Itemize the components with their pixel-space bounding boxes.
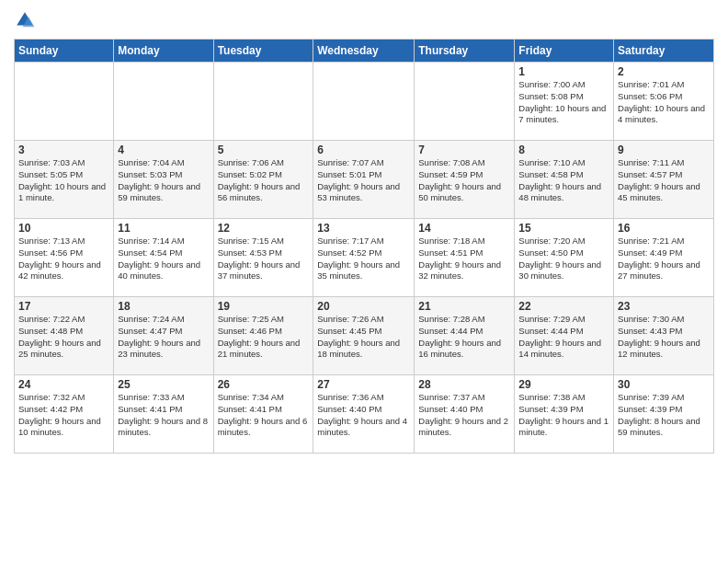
- day-number: 26: [218, 378, 310, 391]
- day-info: Sunrise: 7:01 AM Sunset: 5:06 PM Dayligh…: [618, 79, 710, 126]
- calendar-header-friday: Friday: [515, 40, 614, 63]
- calendar-cell: 12Sunrise: 7:15 AM Sunset: 4:53 PM Dayli…: [213, 219, 313, 297]
- day-number: 25: [118, 378, 209, 391]
- day-info: Sunrise: 7:08 AM Sunset: 4:59 PM Dayligh…: [418, 157, 510, 204]
- calendar-cell: 20Sunrise: 7:26 AM Sunset: 4:45 PM Dayli…: [313, 297, 415, 375]
- day-number: 27: [317, 378, 410, 391]
- day-info: Sunrise: 7:04 AM Sunset: 5:03 PM Dayligh…: [118, 157, 209, 204]
- day-info: Sunrise: 7:06 AM Sunset: 5:02 PM Dayligh…: [218, 157, 310, 204]
- calendar-week-5: 24Sunrise: 7:32 AM Sunset: 4:42 PM Dayli…: [15, 375, 714, 454]
- calendar-cell: 13Sunrise: 7:17 AM Sunset: 4:52 PM Dayli…: [313, 219, 415, 297]
- day-number: 1: [518, 65, 609, 78]
- day-info: Sunrise: 7:39 AM Sunset: 4:39 PM Dayligh…: [618, 392, 710, 439]
- calendar-cell: 8Sunrise: 7:10 AM Sunset: 4:58 PM Daylig…: [515, 141, 614, 219]
- day-info: Sunrise: 7:30 AM Sunset: 4:43 PM Dayligh…: [618, 314, 710, 361]
- calendar-cell: 21Sunrise: 7:28 AM Sunset: 4:44 PM Dayli…: [415, 297, 515, 375]
- day-number: 29: [518, 378, 609, 391]
- day-number: 13: [317, 222, 410, 235]
- day-number: 12: [218, 222, 310, 235]
- calendar-header-monday: Monday: [114, 40, 213, 63]
- logo: [14, 9, 40, 31]
- day-info: Sunrise: 7:13 AM Sunset: 4:56 PM Dayligh…: [18, 236, 109, 282]
- calendar-cell: [114, 63, 213, 141]
- calendar-cell: 28Sunrise: 7:37 AM Sunset: 4:40 PM Dayli…: [415, 375, 515, 454]
- calendar-header-thursday: Thursday: [415, 40, 515, 63]
- calendar-header-tuesday: Tuesday: [213, 40, 313, 63]
- day-info: Sunrise: 7:10 AM Sunset: 4:58 PM Dayligh…: [518, 157, 609, 204]
- calendar-cell: 14Sunrise: 7:18 AM Sunset: 4:51 PM Dayli…: [415, 219, 515, 297]
- calendar-cell: 7Sunrise: 7:08 AM Sunset: 4:59 PM Daylig…: [415, 141, 515, 219]
- day-info: Sunrise: 7:36 AM Sunset: 4:40 PM Dayligh…: [317, 392, 410, 439]
- calendar-cell: 3Sunrise: 7:03 AM Sunset: 5:05 PM Daylig…: [15, 141, 114, 219]
- day-info: Sunrise: 7:28 AM Sunset: 4:44 PM Dayligh…: [418, 314, 510, 361]
- calendar-cell: 5Sunrise: 7:06 AM Sunset: 5:02 PM Daylig…: [213, 141, 313, 219]
- day-number: 4: [118, 144, 209, 156]
- day-info: Sunrise: 7:14 AM Sunset: 4:54 PM Dayligh…: [118, 236, 209, 282]
- day-number: 23: [618, 300, 710, 313]
- day-number: 18: [118, 300, 209, 313]
- day-number: 6: [317, 144, 410, 156]
- day-info: Sunrise: 7:18 AM Sunset: 4:51 PM Dayligh…: [418, 236, 510, 282]
- day-info: Sunrise: 7:24 AM Sunset: 4:47 PM Dayligh…: [118, 314, 209, 361]
- day-number: 2: [618, 65, 710, 78]
- day-number: 22: [518, 300, 609, 313]
- calendar-cell: 17Sunrise: 7:22 AM Sunset: 4:48 PM Dayli…: [15, 297, 114, 375]
- day-info: Sunrise: 7:21 AM Sunset: 4:49 PM Dayligh…: [618, 236, 710, 282]
- day-info: Sunrise: 7:37 AM Sunset: 4:40 PM Dayligh…: [418, 392, 510, 439]
- day-info: Sunrise: 7:00 AM Sunset: 5:08 PM Dayligh…: [518, 79, 609, 126]
- calendar-header-saturday: Saturday: [614, 40, 714, 63]
- day-number: 3: [18, 144, 109, 156]
- day-info: Sunrise: 7:03 AM Sunset: 5:05 PM Dayligh…: [18, 157, 109, 204]
- calendar-cell: 15Sunrise: 7:20 AM Sunset: 4:50 PM Dayli…: [515, 219, 614, 297]
- calendar-cell: 25Sunrise: 7:33 AM Sunset: 4:41 PM Dayli…: [114, 375, 213, 454]
- day-info: Sunrise: 7:11 AM Sunset: 4:57 PM Dayligh…: [618, 157, 710, 204]
- calendar-header-wednesday: Wednesday: [313, 40, 415, 63]
- logo-icon: [14, 9, 36, 31]
- day-info: Sunrise: 7:38 AM Sunset: 4:39 PM Dayligh…: [518, 392, 609, 439]
- calendar-cell: 6Sunrise: 7:07 AM Sunset: 5:01 PM Daylig…: [313, 141, 415, 219]
- calendar-cell: 19Sunrise: 7:25 AM Sunset: 4:46 PM Dayli…: [213, 297, 313, 375]
- day-number: 16: [618, 222, 710, 235]
- day-number: 30: [618, 378, 710, 391]
- day-info: Sunrise: 7:15 AM Sunset: 4:53 PM Dayligh…: [218, 236, 310, 282]
- day-number: 11: [118, 222, 209, 235]
- calendar-week-4: 17Sunrise: 7:22 AM Sunset: 4:48 PM Dayli…: [15, 297, 714, 375]
- day-number: 24: [18, 378, 109, 391]
- day-info: Sunrise: 7:22 AM Sunset: 4:48 PM Dayligh…: [18, 314, 109, 361]
- day-info: Sunrise: 7:33 AM Sunset: 4:41 PM Dayligh…: [118, 392, 209, 439]
- calendar-cell: 24Sunrise: 7:32 AM Sunset: 4:42 PM Dayli…: [15, 375, 114, 454]
- calendar-cell: 2Sunrise: 7:01 AM Sunset: 5:06 PM Daylig…: [614, 63, 714, 141]
- calendar-cell: [313, 63, 415, 141]
- calendar-cell: 10Sunrise: 7:13 AM Sunset: 4:56 PM Dayli…: [15, 219, 114, 297]
- calendar-cell: 23Sunrise: 7:30 AM Sunset: 4:43 PM Dayli…: [614, 297, 714, 375]
- page: SundayMondayTuesdayWednesdayThursdayFrid…: [0, 0, 728, 563]
- day-number: 17: [18, 300, 109, 313]
- calendar-cell: 16Sunrise: 7:21 AM Sunset: 4:49 PM Dayli…: [614, 219, 714, 297]
- day-number: 14: [418, 222, 510, 235]
- day-number: 28: [418, 378, 510, 391]
- calendar-cell: 1Sunrise: 7:00 AM Sunset: 5:08 PM Daylig…: [515, 63, 614, 141]
- day-info: Sunrise: 7:17 AM Sunset: 4:52 PM Dayligh…: [317, 236, 410, 282]
- day-info: Sunrise: 7:26 AM Sunset: 4:45 PM Dayligh…: [317, 314, 410, 361]
- day-number: 21: [418, 300, 510, 313]
- calendar-week-3: 10Sunrise: 7:13 AM Sunset: 4:56 PM Dayli…: [15, 219, 714, 297]
- day-info: Sunrise: 7:32 AM Sunset: 4:42 PM Dayligh…: [18, 392, 109, 439]
- day-info: Sunrise: 7:34 AM Sunset: 4:41 PM Dayligh…: [218, 392, 310, 439]
- calendar-cell: 30Sunrise: 7:39 AM Sunset: 4:39 PM Dayli…: [614, 375, 714, 454]
- calendar-cell: 26Sunrise: 7:34 AM Sunset: 4:41 PM Dayli…: [213, 375, 313, 454]
- day-number: 8: [518, 144, 609, 156]
- calendar-cell: 27Sunrise: 7:36 AM Sunset: 4:40 PM Dayli…: [313, 375, 415, 454]
- calendar: SundayMondayTuesdayWednesdayThursdayFrid…: [14, 39, 714, 454]
- day-number: 19: [218, 300, 310, 313]
- calendar-week-2: 3Sunrise: 7:03 AM Sunset: 5:05 PM Daylig…: [15, 141, 714, 219]
- calendar-cell: [213, 63, 313, 141]
- calendar-cell: 22Sunrise: 7:29 AM Sunset: 4:44 PM Dayli…: [515, 297, 614, 375]
- calendar-cell: 9Sunrise: 7:11 AM Sunset: 4:57 PM Daylig…: [614, 141, 714, 219]
- day-info: Sunrise: 7:07 AM Sunset: 5:01 PM Dayligh…: [317, 157, 410, 204]
- day-number: 7: [418, 144, 510, 156]
- calendar-week-1: 1Sunrise: 7:00 AM Sunset: 5:08 PM Daylig…: [15, 63, 714, 141]
- header: [14, 9, 714, 31]
- day-info: Sunrise: 7:29 AM Sunset: 4:44 PM Dayligh…: [518, 314, 609, 361]
- calendar-cell: [415, 63, 515, 141]
- calendar-cell: [15, 63, 114, 141]
